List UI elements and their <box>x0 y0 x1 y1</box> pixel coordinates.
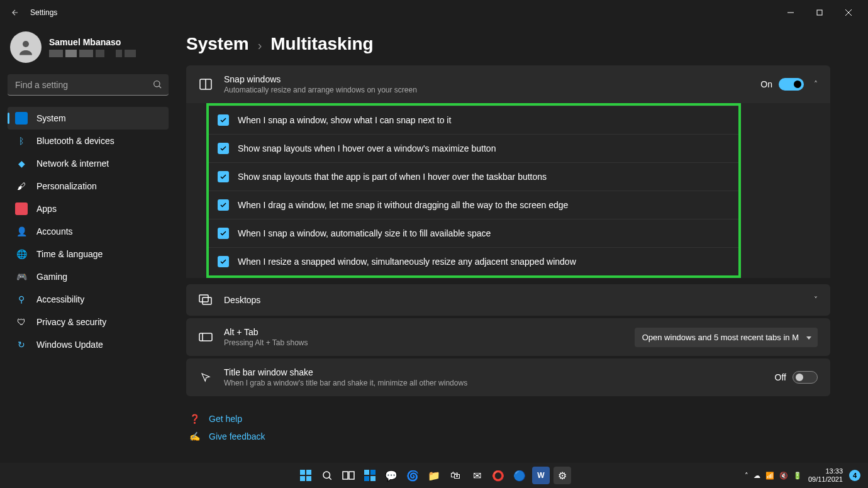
link-label: Get help <box>209 414 242 424</box>
nav-personalization[interactable]: 🖌Personalization <box>8 175 169 197</box>
svg-rect-11 <box>199 333 212 341</box>
snap-option[interactable]: When I snap a window, automatically size… <box>209 219 738 247</box>
snap-option[interactable]: When I drag a window, let me snap it wit… <box>209 191 738 219</box>
checkbox[interactable] <box>218 228 229 239</box>
close-button[interactable] <box>834 3 863 23</box>
card-title: Snap windows <box>224 74 417 84</box>
alttab-card: Alt + Tab Pressing Alt + Tab shows Open … <box>186 318 830 356</box>
desktops-header[interactable]: Desktops ˅ <box>186 284 830 316</box>
tray-date: 09/11/2021 <box>808 475 843 484</box>
option-label: When I drag a window, let me snap it wit… <box>238 200 568 210</box>
gamepad-icon: 🎮 <box>15 270 28 283</box>
store-icon[interactable]: 🛍 <box>447 467 464 484</box>
edge-icon[interactable]: 🌀 <box>404 467 421 484</box>
svg-line-6 <box>159 86 161 88</box>
notif-count: 4 <box>853 472 857 479</box>
avatar <box>10 31 42 63</box>
help-icon: ❓ <box>189 414 200 424</box>
card-desc: Pressing Alt + Tab shows <box>224 338 308 347</box>
minimize-button[interactable] <box>776 3 805 23</box>
bluetooth-icon: ᛒ <box>15 135 28 147</box>
checkbox[interactable] <box>218 199 229 211</box>
clock[interactable]: 13:33 09/11/2021 <box>808 467 843 484</box>
svg-rect-10 <box>203 297 211 304</box>
system-tray: ˄ ☁ 📶 🔇 🔋 13:33 09/11/2021 4 <box>745 467 868 484</box>
option-label: Show snap layouts that the app is part o… <box>238 172 547 182</box>
volume-icon[interactable]: 🔇 <box>779 472 788 480</box>
task-view[interactable] <box>340 467 357 484</box>
word-icon[interactable]: W <box>532 467 550 484</box>
nav-label: Windows Update <box>36 340 103 350</box>
wifi-tray-icon[interactable]: 📶 <box>765 472 774 480</box>
checkbox[interactable] <box>218 171 229 182</box>
card-title: Title bar window shake <box>224 367 467 377</box>
widgets[interactable] <box>361 467 379 484</box>
nav-apps[interactable]: Apps <box>8 197 169 220</box>
checkbox[interactable] <box>218 256 229 267</box>
svg-rect-22 <box>370 470 376 475</box>
nav-time[interactable]: 🌐Time & language <box>8 243 169 265</box>
breadcrumb: System › Multitasking <box>186 34 830 54</box>
tray-chevron-icon[interactable]: ˄ <box>745 472 748 480</box>
nav-network[interactable]: ◆Network & internet <box>8 152 169 175</box>
nav-label: Bluetooth & devices <box>36 136 114 146</box>
nav-label: Time & language <box>36 249 103 259</box>
option-label: Show snap layouts when I hover over a wi… <box>238 143 496 153</box>
alttab-header: Alt + Tab Pressing Alt + Tab shows Open … <box>186 318 830 356</box>
settings-icon[interactable]: ⚙ <box>554 467 571 484</box>
nav-gaming[interactable]: 🎮Gaming <box>8 265 169 288</box>
feedback-icon: ✍ <box>189 431 200 441</box>
snap-option[interactable]: When I resize a snapped window, simultan… <box>209 247 738 275</box>
shake-card: Title bar window shake When I grab a win… <box>186 358 830 396</box>
maximize-button[interactable] <box>805 3 834 23</box>
taskbar-search[interactable] <box>318 467 336 484</box>
nav-accessibility[interactable]: ⚲Accessibility <box>8 288 169 311</box>
snap-option[interactable]: When I snap a window, show what I can sn… <box>209 106 738 134</box>
svg-point-5 <box>154 81 160 87</box>
search-icon <box>152 79 162 92</box>
battery-icon[interactable]: 🔋 <box>793 472 802 480</box>
snap-windows-card: Snap windows Automatically resize and ar… <box>186 65 830 278</box>
alttab-select[interactable]: Open windows and 5 most recent tabs in M <box>635 328 818 347</box>
nav-accounts[interactable]: 👤Accounts <box>8 220 169 243</box>
shake-toggle[interactable] <box>793 371 818 384</box>
snap-option[interactable]: Show snap layouts that the app is part o… <box>209 162 738 191</box>
help-links: ❓Get help ✍Give feedback <box>186 410 830 445</box>
brush-icon: 🖌 <box>15 180 28 192</box>
user-profile[interactable]: Samuel Mbanaso <box>10 31 169 63</box>
svg-point-17 <box>323 472 330 479</box>
nav-bluetooth[interactable]: ᛒBluetooth & devices <box>8 130 169 152</box>
toggle-label: On <box>760 79 772 89</box>
get-help-link[interactable]: ❓Get help <box>186 410 830 428</box>
mail-icon[interactable]: ✉ <box>468 467 486 484</box>
checkbox[interactable] <box>218 114 229 126</box>
snap-toggle[interactable] <box>779 78 804 91</box>
nav-label: Accounts <box>36 226 73 236</box>
notification-badge[interactable]: 4 <box>849 470 860 481</box>
teams-icon[interactable]: 💬 <box>382 467 400 484</box>
chevron-down-icon: ˅ <box>814 296 818 304</box>
snap-option[interactable]: Show snap layouts when I hover over a wi… <box>209 134 738 162</box>
svg-rect-19 <box>343 472 348 479</box>
breadcrumb-parent[interactable]: System <box>186 34 249 54</box>
desktops-icon <box>199 293 213 307</box>
search-input[interactable] <box>8 74 169 96</box>
svg-rect-15 <box>300 476 305 481</box>
explorer-icon[interactable]: 📁 <box>425 467 443 484</box>
nav-privacy[interactable]: 🛡Privacy & security <box>8 311 169 333</box>
sync-icon: ↻ <box>15 338 28 351</box>
nav-system[interactable]: System <box>8 107 169 130</box>
back-button[interactable] <box>5 3 25 23</box>
nav-update[interactable]: ↻Windows Update <box>8 333 169 356</box>
opera-icon[interactable]: ⭕ <box>489 467 507 484</box>
toggle-label: Off <box>775 372 786 382</box>
checkbox[interactable] <box>218 143 229 154</box>
card-desc: Automatically resize and arrange windows… <box>224 86 417 94</box>
chrome-icon[interactable]: 🔵 <box>511 467 528 484</box>
start-button[interactable] <box>297 467 314 484</box>
snap-windows-header[interactable]: Snap windows Automatically resize and ar… <box>186 65 830 103</box>
give-feedback-link[interactable]: ✍Give feedback <box>186 428 830 445</box>
sidebar: Samuel Mbanaso System ᛒBluetooth & devic… <box>0 25 176 463</box>
onedrive-icon[interactable]: ☁ <box>754 472 760 480</box>
window-title: Settings <box>30 8 57 17</box>
